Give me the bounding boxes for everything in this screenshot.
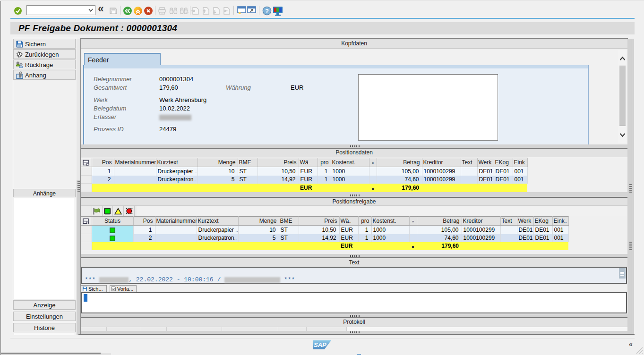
svg-text:?: ? (265, 8, 269, 15)
svg-text:SAP: SAP (314, 341, 326, 348)
